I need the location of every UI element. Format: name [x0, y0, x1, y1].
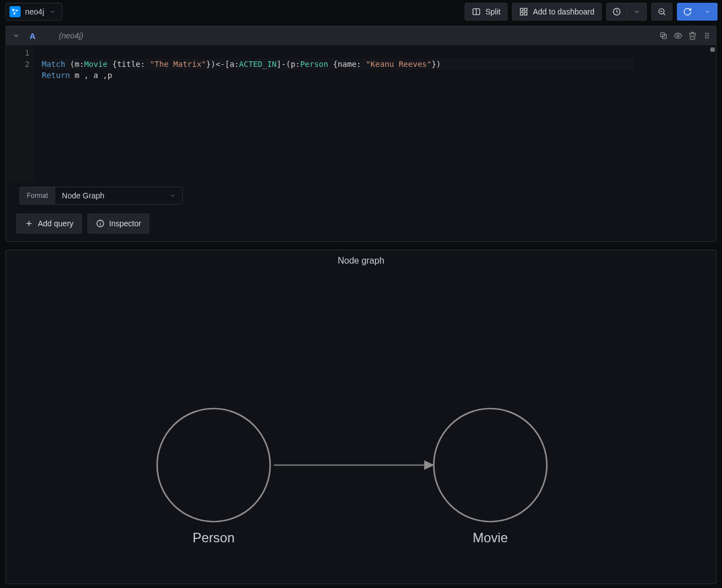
toolbar-right: Split Add to dashboard — [465, 3, 718, 21]
node-graph-panel: Node graph Person Movie — [6, 250, 716, 584]
chevron-down-icon — [704, 8, 711, 16]
graph-node-person-label: Person — [193, 530, 235, 545]
code-token: ]-(p: — [277, 60, 300, 69]
graph-node-person[interactable] — [157, 409, 270, 522]
query-actions-row: Add query Inspector — [6, 209, 716, 241]
info-icon — [96, 219, 105, 228]
line-number: 2 — [6, 59, 30, 70]
scrollbar-thumb[interactable] — [710, 47, 715, 52]
time-picker-group — [606, 3, 647, 21]
refresh-icon — [683, 7, 692, 16]
code-token: }) — [432, 60, 441, 69]
svg-point-19 — [708, 35, 709, 36]
query-editor-panel: A (neo4j) 1 2 Match (m:Movie {title: "Th… — [6, 26, 716, 242]
format-label: Format — [19, 187, 55, 205]
svg-point-17 — [708, 33, 709, 34]
chevron-down-icon — [633, 8, 641, 16]
zoom-out-button[interactable] — [651, 3, 672, 21]
svg-rect-5 — [520, 8, 523, 11]
svg-rect-8 — [525, 12, 528, 15]
neo4j-logo-icon — [9, 6, 21, 17]
query-ref-id[interactable]: A — [30, 31, 36, 41]
code-token: Person — [300, 60, 329, 69]
chevron-down-icon — [48, 8, 56, 16]
code-token: })<-[a: — [206, 60, 239, 69]
code-content: Match (m:Movie {title: "The Matrix"})<-[… — [35, 45, 633, 182]
panel-title: Node graph — [6, 250, 716, 266]
datasource-name: neo4j — [25, 7, 44, 16]
cypher-code-editor[interactable]: 1 2 Match (m:Movie {title: "The Matrix"}… — [6, 45, 716, 182]
svg-point-15 — [677, 35, 679, 37]
svg-point-21 — [708, 37, 709, 38]
collapse-query-button[interactable] — [11, 32, 22, 40]
svg-point-16 — [705, 33, 706, 34]
delete-query-button[interactable] — [688, 31, 697, 40]
split-button[interactable]: Split — [465, 3, 508, 21]
line-number: 1 — [6, 47, 30, 59]
code-token: m , a ,p — [70, 71, 113, 80]
time-picker-button[interactable] — [606, 3, 627, 21]
node-graph-canvas[interactable]: Person Movie — [6, 273, 716, 588]
run-query-button[interactable] — [677, 3, 698, 21]
format-selected-value: Node Graph — [62, 191, 104, 200]
toggle-visibility-button[interactable] — [674, 31, 682, 40]
dashboard-icon — [519, 7, 528, 16]
datasource-picker[interactable]: neo4j — [6, 3, 62, 21]
top-toolbar: neo4j Split Add to dashboard — [0, 0, 722, 23]
clock-icon — [612, 7, 621, 16]
inspector-label: Inspector — [109, 219, 142, 228]
code-token: Return — [42, 71, 70, 80]
panel-split-icon — [472, 7, 481, 16]
code-token: "Keanu Reeves" — [366, 60, 432, 69]
run-dropdown-button[interactable] — [698, 3, 718, 21]
format-row: Format Node Graph — [6, 182, 716, 209]
add-to-dashboard-button[interactable]: Add to dashboard — [512, 3, 602, 21]
plus-icon — [25, 219, 33, 228]
code-token: {name: — [328, 60, 365, 69]
code-token: {title: — [108, 60, 150, 69]
svg-point-20 — [705, 37, 706, 38]
drag-handle-icon[interactable] — [703, 31, 711, 40]
query-row-header: A (neo4j) — [6, 26, 716, 45]
inspector-button[interactable]: Inspector — [87, 213, 150, 234]
add-to-dashboard-label: Add to dashboard — [533, 7, 594, 16]
run-button-group — [677, 3, 718, 21]
svg-point-26 — [100, 221, 100, 222]
add-query-label: Add query — [38, 219, 74, 228]
svg-rect-6 — [525, 8, 528, 11]
code-token: (m: — [65, 60, 84, 69]
graph-node-movie[interactable] — [434, 409, 547, 522]
code-token: Movie — [84, 60, 108, 69]
svg-line-11 — [664, 13, 665, 15]
code-token: Match — [42, 60, 65, 69]
copy-query-button[interactable] — [659, 31, 668, 40]
graph-node-movie-label: Movie — [472, 530, 508, 545]
svg-point-18 — [705, 35, 706, 36]
format-select[interactable]: Node Graph — [55, 187, 183, 205]
split-label: Split — [485, 7, 500, 16]
line-number-gutter: 1 2 — [6, 45, 35, 182]
add-query-button[interactable]: Add query — [16, 213, 82, 234]
arrow-head-icon — [424, 460, 434, 470]
query-datasource-label: (neo4j) — [59, 31, 84, 40]
chevron-down-icon — [169, 192, 177, 200]
code-token: "The Matrix" — [150, 60, 206, 69]
time-picker-dropdown[interactable] — [627, 3, 647, 21]
svg-rect-7 — [520, 12, 523, 15]
zoom-out-icon — [657, 7, 666, 16]
code-token: ACTED_IN — [239, 60, 276, 69]
